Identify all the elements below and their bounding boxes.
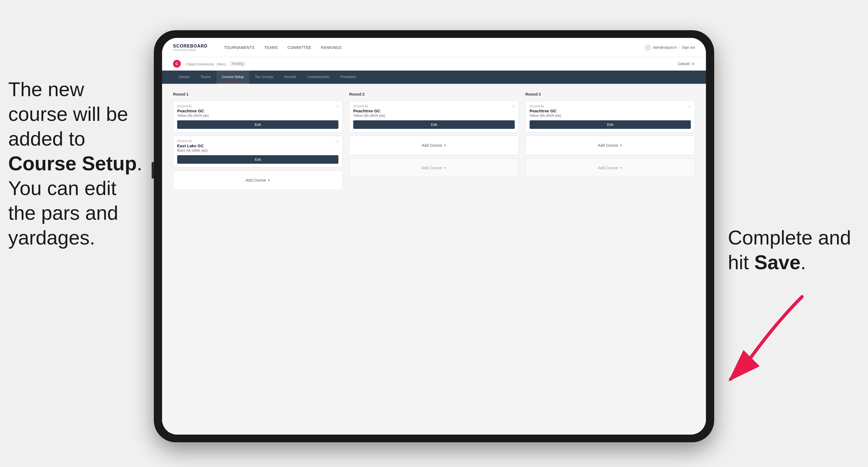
- add-course-r3-disabled-label: Add Course +: [598, 165, 622, 170]
- right-annotation: Complete and hit Save.: [728, 225, 860, 275]
- side-button: [152, 162, 154, 179]
- round-1-course-a-card: □ (Course A) Peachtree GC Yellow (M) (66…: [173, 101, 343, 132]
- add-course-r3-disabled: Add Course +: [525, 158, 695, 178]
- round-3-column: Round 3 □ (Course A) Peachtree GC Yellow…: [525, 92, 695, 190]
- round-3-course-a-card: □ (Course A) Peachtree GC Yellow (M) (66…: [525, 101, 695, 132]
- separator: |: [679, 45, 680, 50]
- add-course-r3-label: Add Course +: [598, 143, 622, 148]
- add-course-r3-button[interactable]: Add Course +: [525, 136, 695, 155]
- app-content: SCOREBOARD Powered by clippd TOURNAMENTS…: [162, 38, 706, 435]
- sign-out-link[interactable]: Sign out: [682, 45, 695, 50]
- course-b-r1-details: Black (M) (6891 yds): [177, 149, 338, 152]
- rounds-grid: Round 1 □ (Course A) Peachtree GC Yellow…: [173, 92, 695, 190]
- plus-icon-r3-disabled: +: [620, 165, 622, 170]
- tournament-left: C Clippd Invitational (Men) Hosting: [173, 60, 246, 68]
- course-a-r2-label: (Course A): [353, 104, 515, 108]
- brand-logo: SCOREBOARD Powered by clippd: [173, 44, 208, 51]
- add-course-r1-button[interactable]: Add Course +: [173, 170, 343, 190]
- nav-rankings[interactable]: RANKINGS: [321, 44, 342, 51]
- add-course-r2-label: Add Course +: [422, 143, 446, 148]
- round-2-header: Round 2: [349, 92, 519, 96]
- add-course-r2-disabled: Add Course +: [349, 158, 519, 178]
- nav-committee[interactable]: COMMITTEE: [287, 44, 311, 51]
- course-a-r3-details: Yellow (M) (6629 yds): [530, 114, 691, 118]
- course-b-r1-label: (Course B): [177, 139, 338, 143]
- add-course-r2-disabled-label: Add Course +: [422, 165, 446, 170]
- main-content: Round 1 □ (Course A) Peachtree GC Yellow…: [162, 84, 706, 435]
- tournament-name: Clippd Invitational (Men): [184, 62, 226, 66]
- round-3-header: Round 3: [525, 92, 695, 96]
- user-email: blair@clippd.io: [653, 45, 676, 50]
- plus-icon-r2: +: [444, 143, 446, 148]
- remove-course-a-r3-button[interactable]: □: [687, 104, 692, 109]
- brand-subtitle: Powered by clippd: [173, 49, 208, 51]
- edit-course-a-r1-button[interactable]: Edit: [177, 120, 338, 129]
- brand-title: SCOREBOARD: [173, 44, 208, 49]
- course-a-r3-label: (Course A): [530, 104, 691, 108]
- remove-course-b-r1-button[interactable]: □: [335, 139, 340, 144]
- course-a-r2-details: Yellow (M) (6629 yds): [353, 114, 515, 118]
- tab-teams[interactable]: Teams: [195, 71, 216, 84]
- course-a-r1-details: Yellow (M) (6629 yds): [177, 114, 338, 118]
- remove-course-a-r1-button[interactable]: □: [335, 104, 340, 109]
- right-arrow-icon: [698, 291, 813, 387]
- tab-details[interactable]: Details: [173, 71, 195, 84]
- course-setup-label: Course Setup: [8, 152, 137, 175]
- avatar: [645, 44, 651, 51]
- nav-right: blair@clippd.io | Sign out: [645, 44, 695, 51]
- tablet-screen: SCOREBOARD Powered by clippd TOURNAMENTS…: [162, 38, 706, 435]
- left-annotation: The new course will be added to Save Cou…: [8, 77, 151, 250]
- tablet-device: SCOREBOARD Powered by clippd TOURNAMENTS…: [154, 30, 714, 442]
- round-1-header: Round 1: [173, 92, 343, 96]
- course-a-r3-name: Peachtree GC: [530, 108, 691, 113]
- round-2-column: Round 2 □ (Course A) Peachtree GC Yellow…: [349, 92, 519, 190]
- remove-course-a-r2-button[interactable]: □: [511, 104, 516, 109]
- nav-tournaments[interactable]: TOURNAMENTS: [224, 44, 255, 51]
- cancel-x-icon: ✕: [691, 61, 695, 66]
- cancel-button[interactable]: Cancel ✕: [678, 61, 695, 66]
- course-a-r1-name: Peachtree GC: [177, 108, 338, 113]
- course-b-r1-name: East Lake GC: [177, 144, 338, 148]
- tournament-bar: C Clippd Invitational (Men) Hosting Canc…: [162, 57, 706, 71]
- nav-teams[interactable]: TEAMS: [264, 44, 278, 51]
- hosting-badge: Hosting: [229, 61, 246, 66]
- add-course-r1-label: Add Course +: [246, 178, 270, 183]
- edit-course-a-r2-button[interactable]: Edit: [353, 120, 515, 129]
- course-a-r2-name: Peachtree GC: [353, 108, 515, 113]
- round-1-column: Round 1 □ (Course A) Peachtree GC Yellow…: [173, 92, 343, 190]
- tab-printables[interactable]: Printables: [335, 71, 362, 84]
- plus-icon-r1: +: [268, 178, 270, 183]
- edit-course-a-r3-button[interactable]: Edit: [530, 120, 691, 129]
- tabs-bar: Details Teams Course Setup Tee Groups Re…: [162, 71, 706, 84]
- nav-items: TOURNAMENTS TEAMS COMMITTEE RANKINGS: [224, 44, 631, 51]
- tab-course-setup[interactable]: Course Setup: [216, 71, 249, 84]
- add-course-r2-button[interactable]: Add Course +: [349, 136, 519, 155]
- tab-tee-groups[interactable]: Tee Groups: [249, 71, 279, 84]
- plus-icon-r3: +: [620, 143, 622, 148]
- top-nav: SCOREBOARD Powered by clippd TOURNAMENTS…: [162, 38, 706, 57]
- course-a-r1-label: (Course A): [177, 104, 338, 108]
- plus-icon-r2-disabled: +: [444, 165, 446, 170]
- edit-course-b-r1-button[interactable]: Edit: [177, 155, 338, 164]
- tab-results[interactable]: Results: [279, 71, 302, 84]
- save-bold: Save: [754, 251, 800, 273]
- tab-leaderboards[interactable]: Leaderboards: [302, 71, 335, 84]
- clippd-logo: C: [173, 60, 181, 68]
- round-1-course-b-card: □ (Course B) East Lake GC Black (M) (689…: [173, 136, 343, 167]
- round-2-course-a-card: □ (Course A) Peachtree GC Yellow (M) (66…: [349, 101, 519, 132]
